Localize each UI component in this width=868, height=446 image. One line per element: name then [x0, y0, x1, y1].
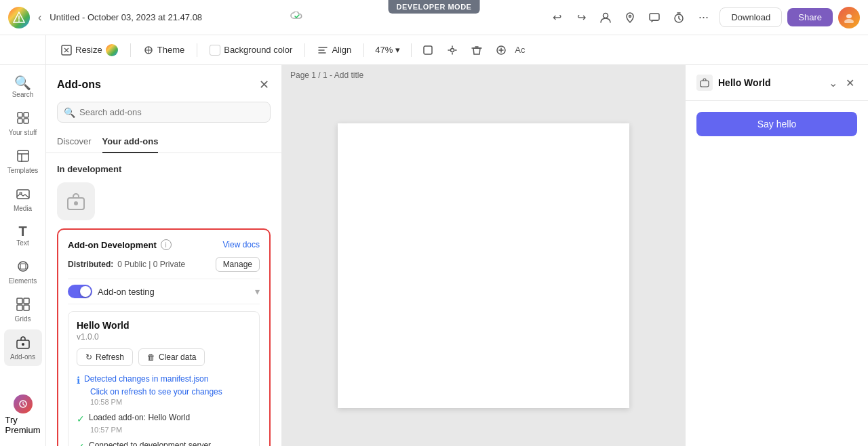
back-button[interactable]: ‹	[35, 9, 44, 26]
main-layout: 🔍 Search Your stuff Templates Media T Te…	[0, 65, 868, 446]
log-time-loaded: 10:57 PM	[90, 426, 251, 434]
addon-card-name: Hello World	[77, 320, 251, 331]
addons-panel-title: Add-ons	[57, 79, 101, 91]
sidebar-item-your-stuff[interactable]: Your stuff	[4, 105, 42, 142]
sidebar-item-templates[interactable]: Templates	[4, 143, 42, 180]
addons-body: In development Add-on Development i View…	[46, 153, 281, 446]
log-time-manifest: 10:58 PM	[90, 398, 251, 406]
delete-button[interactable]	[466, 39, 488, 61]
share-button[interactable]: Share	[787, 8, 833, 26]
addon-card-version: v1.0.0	[77, 332, 251, 342]
toggle-chevron-icon[interactable]: ▾	[255, 286, 260, 297]
zoom-control[interactable]: 47% ▾	[370, 42, 406, 58]
addons-search-input[interactable]	[57, 102, 271, 123]
resize-button[interactable]: Resize	[54, 41, 125, 60]
canvas-container[interactable]	[282, 85, 685, 446]
say-hello-button[interactable]: Say hello	[696, 112, 857, 136]
svg-rect-11	[424, 46, 432, 54]
tab-your-addons[interactable]: Your add-ons	[102, 131, 159, 153]
undo-button[interactable]: ↩	[546, 7, 568, 28]
right-panel-close-button[interactable]: ✕	[843, 75, 857, 91]
log-entry-loaded: ✓ Loaded add-on: Hello World 10:57 PM	[77, 413, 251, 434]
addon-dev-box: Add-on Development i View docs Distribut…	[57, 228, 271, 446]
addon-placeholder-icon	[57, 182, 95, 220]
page-nav-button[interactable]	[417, 39, 439, 61]
clear-data-button[interactable]: 🗑 Clear data	[138, 348, 205, 366]
download-button[interactable]: Download	[719, 7, 782, 27]
svg-rect-26	[24, 305, 29, 310]
toggle-label: Add-on testing	[98, 287, 250, 297]
svg-rect-16	[18, 119, 22, 123]
addons-search-container: 🔍	[57, 102, 271, 123]
cloud-sync-icon	[290, 12, 302, 24]
left-sidebar: 🔍 Search Your stuff Templates Media T Te…	[0, 65, 46, 446]
canvas-page[interactable]	[338, 123, 629, 408]
addon-testing-toggle[interactable]	[68, 285, 92, 298]
search-icon: 🔍	[14, 76, 31, 89]
user-profile-button[interactable]	[595, 7, 616, 28]
right-panel-addon-icon	[696, 75, 713, 91]
log-entry-manifest: ℹ Detected changes in manifest.json Clic…	[77, 374, 251, 406]
right-panel: Hello World ⌄ ✕ Say hello	[685, 65, 868, 446]
svg-rect-14	[18, 113, 22, 117]
addons-tabs: Discover Your add-ons	[46, 131, 281, 153]
svg-rect-5	[650, 14, 659, 20]
log-title-manifest: Detected changes in manifest.json	[84, 374, 208, 384]
success-log-icon-2: ✓	[77, 441, 85, 446]
svg-point-21	[18, 262, 28, 271]
right-panel-collapse-button[interactable]: ⌄	[826, 75, 840, 91]
sidebar-item-addons[interactable]: Add-ons	[4, 329, 42, 366]
top-bar: ‹ Untitled - October 03, 2023 at 21.47.0…	[0, 0, 868, 35]
align-button[interactable]: Align	[311, 41, 358, 59]
premium-icon	[14, 394, 33, 413]
search-icon-addon: 🔍	[64, 107, 75, 118]
addons-close-button[interactable]: ✕	[258, 76, 271, 94]
theme-button[interactable]: Theme	[136, 41, 191, 59]
addon-dev-title: Add-on Development	[68, 240, 157, 250]
user-avatar[interactable]	[838, 7, 860, 28]
sidebar-item-grids[interactable]: Grids	[4, 291, 42, 328]
sidebar-item-text[interactable]: T Text	[4, 219, 42, 252]
manage-button[interactable]: Manage	[216, 257, 260, 272]
svg-point-3	[604, 13, 608, 18]
view-docs-link[interactable]: View docs	[223, 240, 260, 249]
settings-button-2[interactable]	[441, 39, 463, 61]
tab-discover[interactable]: Discover	[57, 131, 92, 153]
right-panel-actions: ⌄ ✕	[826, 75, 857, 91]
trash-icon: 🗑	[147, 352, 155, 362]
svg-point-8	[844, 19, 854, 23]
right-panel-title: Hello World	[718, 77, 821, 88]
sidebar-item-try-premium[interactable]: Try Premium	[4, 389, 42, 441]
redo-button[interactable]: ↪	[570, 7, 592, 28]
log-entry-connected: ✓ Connected to development server https:…	[77, 441, 251, 446]
svg-point-31	[74, 201, 78, 205]
add-button[interactable]	[490, 39, 512, 61]
grids-icon	[16, 297, 31, 314]
svg-point-12	[451, 48, 454, 52]
more-options-button[interactable]: ···	[692, 7, 714, 28]
page-label: Page 1 / 1 - Add title	[282, 65, 685, 85]
toggle-thumb	[80, 286, 91, 297]
comments-button[interactable]	[644, 7, 665, 28]
distributed-value: 0 Public | 0 Private	[117, 260, 211, 269]
addon-dev-header: Add-on Development i View docs	[68, 239, 260, 250]
refresh-button[interactable]: ↻ Refresh	[77, 348, 133, 366]
addons-panel: Add-ons ✕ 🔍 Discover Your add-ons In dev…	[46, 65, 282, 446]
info-icon[interactable]: i	[161, 239, 172, 250]
sidebar-item-media[interactable]: Media	[4, 181, 42, 218]
sidebar-item-elements[interactable]: Elements	[4, 254, 42, 290]
canvas-area: Page 1 / 1 - Add title	[282, 65, 685, 446]
text-icon: T	[18, 224, 26, 238]
app-logo[interactable]	[8, 7, 30, 28]
svg-point-2	[18, 20, 20, 22]
refresh-icon: ↻	[85, 352, 92, 362]
sidebar-item-search[interactable]: 🔍 Search	[4, 70, 42, 104]
log-subtitle-manifest: Click on refresh to see your changes	[90, 387, 251, 397]
location-button[interactable]	[619, 7, 641, 28]
log-title-loaded: Loaded add-on: Hello World	[89, 413, 190, 422]
secondary-toolbar: Resize Theme Background color Align 47% …	[46, 35, 868, 65]
svg-rect-17	[24, 119, 28, 123]
timer-button[interactable]	[668, 7, 690, 28]
svg-rect-25	[17, 305, 22, 310]
background-color-button[interactable]: Background color	[203, 41, 299, 59]
